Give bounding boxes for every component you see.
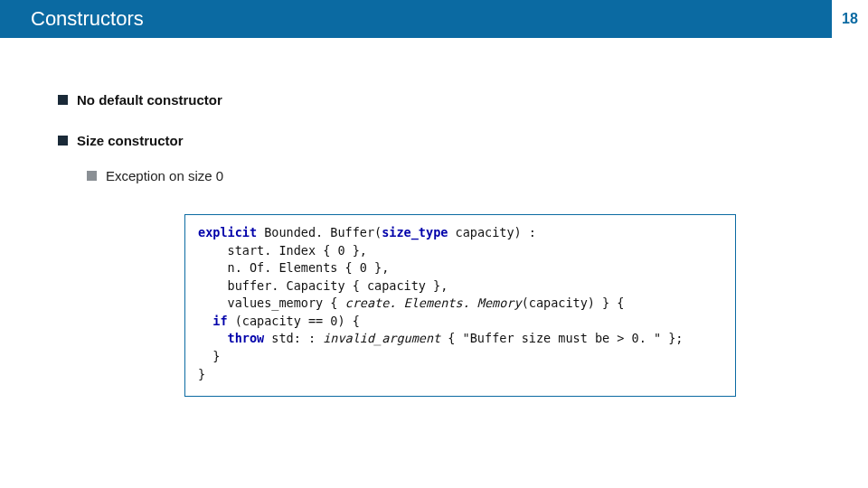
string-literal: { "Buffer size must be > 0. " };	[440, 331, 683, 345]
slide-body: No default constructor Size constructor …	[0, 38, 868, 397]
bullet-text: Size constructor	[77, 133, 184, 148]
exc-type: invalid_argument	[323, 331, 440, 345]
code-line: n. Of. Elements { 0 },	[228, 260, 390, 275]
bullet-item: Size constructor	[58, 133, 823, 148]
square-bullet-icon	[58, 136, 68, 145]
sub-bullet-item: Exception on size 0	[87, 168, 823, 183]
code-line: }	[212, 349, 220, 363]
bullet-text: No default constructor	[77, 92, 222, 108]
code-block: explicit Bounded. Buffer(size_type capac…	[184, 214, 736, 397]
code-line: buffer. Capacity { capacity },	[228, 278, 448, 293]
param: capacity	[456, 225, 514, 239]
ctor-name: Bounded. Buffer	[264, 225, 374, 239]
keyword-explicit: explicit	[198, 225, 257, 239]
code-content: explicit Bounded. Buffer(size_type capac…	[198, 224, 722, 383]
slide-header: Constructors 18	[0, 0, 868, 38]
sub-bullet-text: Exception on size 0	[106, 168, 223, 183]
page-number: 18	[830, 0, 868, 38]
code-line: values_memory {	[228, 296, 345, 310]
fn-name: create. Elements. Memory	[345, 296, 522, 310]
code-line: }	[198, 367, 205, 381]
code-line: std: :	[264, 331, 323, 345]
slide: Constructors 18 No default constructor S…	[0, 0, 868, 488]
code-line: start. Index { 0 },	[228, 243, 367, 258]
bullet-item: No default constructor	[58, 92, 823, 108]
code-line: (capacity) } {	[522, 296, 625, 310]
square-bullet-icon	[87, 171, 97, 181]
code-line: (capacity == 0) {	[228, 314, 360, 328]
slide-title: Constructors	[0, 0, 830, 38]
keyword-throw: throw	[228, 331, 265, 345]
square-bullet-icon	[58, 95, 68, 105]
keyword-if: if	[212, 314, 227, 328]
type-size: size_type	[382, 225, 448, 239]
